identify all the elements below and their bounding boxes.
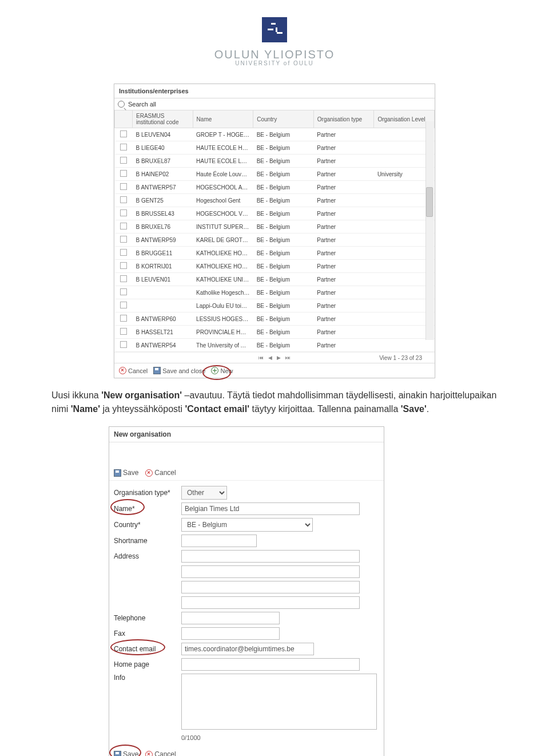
country-select[interactable]: BE - Belgium (181, 518, 313, 532)
close-icon (145, 751, 153, 757)
table-row[interactable]: B ANTWERP57HOGESCHOOL ANTWERPENBE - Belg… (115, 181, 435, 194)
table-row[interactable]: B BRUSSEL43HOGESCHOOL VOOR WETENBE - Bel… (115, 207, 435, 220)
cell-country: BE - Belgium (253, 168, 314, 181)
table-row[interactable]: B LEUVEN04GROEP T - HOGESCHOOL LEUBE - B… (115, 128, 435, 141)
homepage-field[interactable] (181, 658, 360, 671)
name-field[interactable] (181, 502, 360, 515)
cell-country: BE - Belgium (253, 207, 314, 220)
col-code[interactable]: ERASMUS institutional code (133, 110, 193, 128)
pager-next-icon[interactable]: ▶ (277, 355, 281, 361)
fax-field[interactable] (181, 627, 280, 640)
col-country[interactable]: Country (253, 110, 314, 128)
table-row[interactable]: B KORTRIJ01KATHOLIEKE HOGESCHOOL ZBE - B… (115, 260, 435, 273)
cell-name: HAUTE ECOLE HEC LIEGE (193, 141, 253, 155)
row-checkbox[interactable] (120, 288, 127, 295)
address-field-3[interactable] (181, 581, 360, 593)
new-organisation-window: New organisation Save Cancel Organisatio… (109, 426, 384, 756)
cell-code (133, 286, 193, 299)
cell-country: BE - Belgium (253, 326, 314, 339)
row-checkbox[interactable] (120, 328, 127, 335)
cell-name: PROVINCIALE HOGESCHOOL (193, 326, 253, 339)
telephone-field[interactable] (181, 612, 280, 624)
cell-country: BE - Belgium (253, 128, 314, 141)
table-row[interactable]: B ANTWERP59KAREL DE GROTE HOGESCHOBE - B… (115, 233, 435, 247)
cancel-button[interactable]: Cancel (145, 469, 176, 477)
table-row[interactable]: Lappi-Oulu EU toimisto BryssBE - Belgium… (115, 299, 435, 312)
cell-type: Partner (313, 181, 374, 194)
cell-code (133, 299, 193, 312)
table-row[interactable]: B BRUXEL87HAUTE ECOLE LEONARD DE VBE - B… (115, 155, 435, 168)
search-all-link[interactable]: Search all (128, 101, 156, 108)
cell-type: Partner (313, 194, 374, 207)
table-row[interactable]: B HASSELT21PROVINCIALE HOGESCHOOLBE - Be… (115, 326, 435, 339)
cell-code: B ANTWERP60 (133, 312, 193, 326)
pager-last-icon[interactable]: ⏭ (285, 355, 291, 361)
col-name[interactable]: Name (193, 110, 253, 128)
row-checkbox[interactable] (120, 236, 127, 243)
address-field-1[interactable] (181, 550, 360, 563)
label-shortname: Shortname (114, 537, 177, 545)
pager-prev-icon[interactable]: ◀ (268, 355, 272, 361)
row-checkbox[interactable] (120, 223, 127, 229)
contact-email-field[interactable] (181, 643, 314, 655)
table-row[interactable]: B HAINEP02Haute École Louvain en HainBE … (115, 168, 435, 181)
search-icon[interactable] (118, 101, 125, 108)
new-button[interactable]: New (211, 367, 233, 374)
cell-type: Partner (313, 339, 374, 352)
info-textarea[interactable] (181, 674, 377, 730)
orgtype-select[interactable]: Other (181, 486, 227, 500)
table-row[interactable]: B LEUVEN01KATHOLIEKE UNIVERSITEIT LEBE -… (115, 273, 435, 286)
cell-country: BE - Belgium (253, 194, 314, 207)
cell-type: Partner (313, 312, 374, 326)
cell-name: HOGESCHOOL ANTWERPEN (193, 181, 253, 194)
row-checkbox[interactable] (120, 249, 127, 256)
address-field-2[interactable] (181, 565, 360, 578)
cell-code: B LEUVEN04 (133, 128, 193, 141)
pager-first-icon[interactable]: ⏮ (258, 355, 264, 361)
shortname-field[interactable] (181, 535, 257, 547)
cell-type: Partner (313, 220, 374, 233)
address-field-4[interactable] (181, 596, 360, 609)
row-checkbox[interactable] (120, 144, 127, 151)
table-row[interactable]: B BRUXEL76INSTITUT SUPERIEUR D'ARCHBE - … (115, 220, 435, 233)
cell-type: Partner (313, 207, 374, 220)
table-row[interactable]: B GENT25Hogeschool GentBE - BelgiumPartn… (115, 194, 435, 207)
cell-country: BE - Belgium (253, 312, 314, 326)
row-checkbox[interactable] (120, 157, 127, 164)
row-checkbox[interactable] (120, 262, 127, 269)
row-checkbox[interactable] (120, 302, 127, 308)
row-checkbox[interactable] (120, 130, 127, 137)
row-checkbox[interactable] (120, 183, 127, 190)
table-row[interactable]: B BRUGGE11KATHOLIEKE HOGESCHOOL BBE - Be… (115, 247, 435, 260)
save-button-bottom[interactable]: Save (114, 750, 138, 756)
col-orgtype[interactable]: Organisation type (313, 110, 374, 128)
save-and-close-button[interactable]: Save and close (153, 367, 205, 374)
row-checkbox[interactable] (120, 196, 127, 203)
save-button[interactable]: Save (114, 469, 138, 477)
cell-name: KATHOLIEKE HOGESCHOOL B (193, 247, 253, 260)
table-row[interactable]: B LIEGE40HAUTE ECOLE HEC LIEGEBE - Belgi… (115, 141, 435, 155)
cancel-button[interactable]: Cancel (119, 367, 148, 374)
cell-code: B KORTRIJ01 (133, 260, 193, 273)
row-checkbox[interactable] (120, 209, 127, 216)
cancel-button-bottom[interactable]: Cancel (145, 750, 176, 756)
close-icon (119, 367, 126, 374)
table-scrollbar[interactable] (425, 121, 434, 340)
table-row[interactable]: Katholike Hogeschool BruggeBE - BelgiumP… (115, 286, 435, 299)
row-checkbox[interactable] (120, 341, 127, 348)
cell-type: Partner (313, 299, 374, 312)
save-icon (153, 367, 161, 374)
institutions-table: ERASMUS institutional code Name Country … (114, 110, 435, 352)
row-checkbox[interactable] (120, 315, 127, 322)
row-checkbox[interactable] (120, 170, 127, 177)
cell-country: BE - Belgium (253, 273, 314, 286)
row-checkbox[interactable] (120, 275, 127, 282)
info-counter: 0/1000 (181, 734, 379, 743)
cell-type: Partner (313, 168, 374, 181)
logo-title: OULUN YLIOPISTO (51, 48, 498, 61)
table-row[interactable]: B ANTWERP60LESSIUS HOGESCHOOL ANTWBE - B… (115, 312, 435, 326)
table-row[interactable]: B ANTWERP54The University of Antwerp - F… (115, 339, 435, 352)
label-fax: Fax (114, 630, 177, 638)
cell-code: B BRUXEL76 (133, 220, 193, 233)
cell-type: Partner (313, 155, 374, 168)
